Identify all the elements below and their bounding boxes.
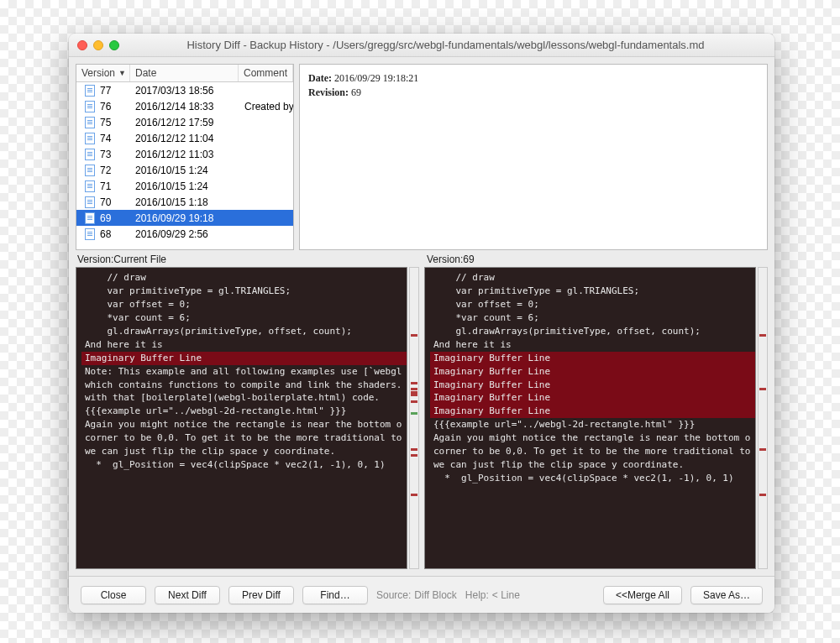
column-date[interactable]: Date <box>130 65 239 81</box>
document-icon <box>85 117 95 128</box>
help-group: Help: < Line <box>465 589 520 601</box>
column-version[interactable]: Version ▼ <box>76 65 130 81</box>
code-line: Again you might notice the rectangle is … <box>81 418 407 431</box>
code-line: {{{example url="../webgl-2d-rectangle.ht… <box>430 418 755 431</box>
code-line: we can just flip the clip space y coordi… <box>81 445 407 458</box>
code-line: with that [boilerplate](webgl-boilerplat… <box>81 391 407 405</box>
date-label: Date: <box>308 72 332 84</box>
code-line: which contains functions to compile and … <box>81 379 407 392</box>
version-row[interactable]: 692016/09/29 19:18 <box>76 210 293 226</box>
left-diff-pane[interactable]: // draw var primitiveType = gl.TRIANGLES… <box>76 267 407 569</box>
code-line: * gl_Position = vec4(clipSpace * vec2(1,… <box>81 458 407 472</box>
close-icon[interactable] <box>77 40 87 50</box>
code-line: Imaginary Buffer Line <box>430 391 755 405</box>
version-row[interactable]: 742016/12/12 11:04 <box>76 130 293 146</box>
code-line: // draw <box>81 271 407 285</box>
version-list: Version ▼ Date Comment 772017/03/13 18:5… <box>76 64 294 250</box>
toolbar: Close Next Diff Prev Diff Find… Source: … <box>69 576 774 613</box>
code-line: Imaginary Buffer Line <box>430 379 755 392</box>
code-line: *var count = 6; <box>430 311 755 325</box>
code-line: var primitiveType = gl.TRIANGLES; <box>430 285 755 298</box>
code-line: var offset = 0; <box>430 298 755 311</box>
titlebar[interactable]: History Diff - Backup History - /Users/g… <box>69 34 774 57</box>
zoom-icon[interactable] <box>109 40 119 50</box>
merge-all-button[interactable]: <<Merge All <box>603 586 682 604</box>
code-line: we can just flip the clip space y coordi… <box>430 458 755 472</box>
version-row[interactable]: 762016/12/14 18:33Created by <box>76 98 293 114</box>
find-button[interactable]: Find… <box>302 586 368 604</box>
document-icon <box>85 212 95 224</box>
left-diff-gutter[interactable] <box>409 267 419 569</box>
right-diff-pane[interactable]: // draw var primitiveType = gl.TRIANGLES… <box>424 267 756 569</box>
code-line: Imaginary Buffer Line <box>430 365 755 379</box>
right-diff-gutter[interactable] <box>758 267 768 569</box>
next-diff-button[interactable]: Next Diff <box>155 586 220 604</box>
document-icon <box>85 85 95 97</box>
revision-info: Date: 2016/09/29 19:18:21 Revision: 69 <box>299 64 768 250</box>
prev-diff-button[interactable]: Prev Diff <box>228 586 294 604</box>
history-diff-window: History Diff - Backup History - /Users/g… <box>69 34 774 613</box>
version-row[interactable]: 712016/10/15 1:24 <box>76 178 293 194</box>
code-line: corner to be 0,0. To get it to be the mo… <box>430 445 755 458</box>
code-line: And here it is <box>430 338 755 352</box>
document-icon <box>85 180 95 192</box>
code-line: *var count = 6; <box>81 311 407 325</box>
source-group: Source: Diff Block <box>376 589 457 601</box>
code-line: Imaginary Buffer Line <box>430 352 755 365</box>
sort-indicator-icon: ▼ <box>118 69 126 77</box>
code-line: Imaginary Buffer Line <box>430 405 755 418</box>
document-icon <box>85 133 95 144</box>
version-row[interactable]: 722016/10/15 1:24 <box>76 162 293 178</box>
document-icon <box>85 196 95 208</box>
save-as-button[interactable]: Save As… <box>690 586 763 604</box>
left-pane-label: Version:Current File <box>77 254 417 265</box>
document-icon <box>85 149 95 160</box>
right-pane-label: Version:69 <box>427 254 766 265</box>
version-row[interactable]: 772017/03/13 18:56 <box>76 82 293 98</box>
minimize-icon[interactable] <box>93 40 103 50</box>
window-title: History Diff - Backup History - /Users/g… <box>125 39 766 51</box>
version-row[interactable]: 682016/09/29 2:56 <box>76 226 293 242</box>
code-line: corner to be 0,0. To get it to be the mo… <box>81 431 407 445</box>
close-button[interactable]: Close <box>81 586 146 604</box>
document-icon <box>85 228 95 240</box>
code-line: Again you might notice the rectangle is … <box>430 431 755 445</box>
document-icon <box>85 101 95 112</box>
code-line: Note: This example and all following exa… <box>81 365 407 379</box>
code-line: * gl_Position = vec4(clipSpace * vec2(1,… <box>430 472 755 485</box>
code-line: {{{example url="../webgl-2d-rectangle.ht… <box>81 405 407 418</box>
column-comment[interactable]: Comment <box>239 65 293 81</box>
code-line: gl.drawArrays(primitiveType, offset, cou… <box>81 325 407 338</box>
code-line: var offset = 0; <box>81 298 407 311</box>
revision-label: Revision: <box>308 86 349 98</box>
traffic-lights <box>77 40 119 50</box>
code-line: Imaginary Buffer Line <box>81 352 407 365</box>
code-line: And here it is <box>81 338 407 352</box>
version-row[interactable]: 752016/12/12 17:59 <box>76 114 293 130</box>
code-line: var primitiveType = gl.TRIANGLES; <box>81 285 407 298</box>
date-value: 2016/09/29 19:18:21 <box>334 72 418 84</box>
code-line: // draw <box>430 271 755 285</box>
document-icon <box>85 165 95 176</box>
version-row[interactable]: 702016/10/15 1:18 <box>76 194 293 210</box>
version-row[interactable]: 732016/12/12 11:03 <box>76 146 293 162</box>
revision-value: 69 <box>351 86 361 98</box>
code-line: gl.drawArrays(primitiveType, offset, cou… <box>430 325 755 338</box>
